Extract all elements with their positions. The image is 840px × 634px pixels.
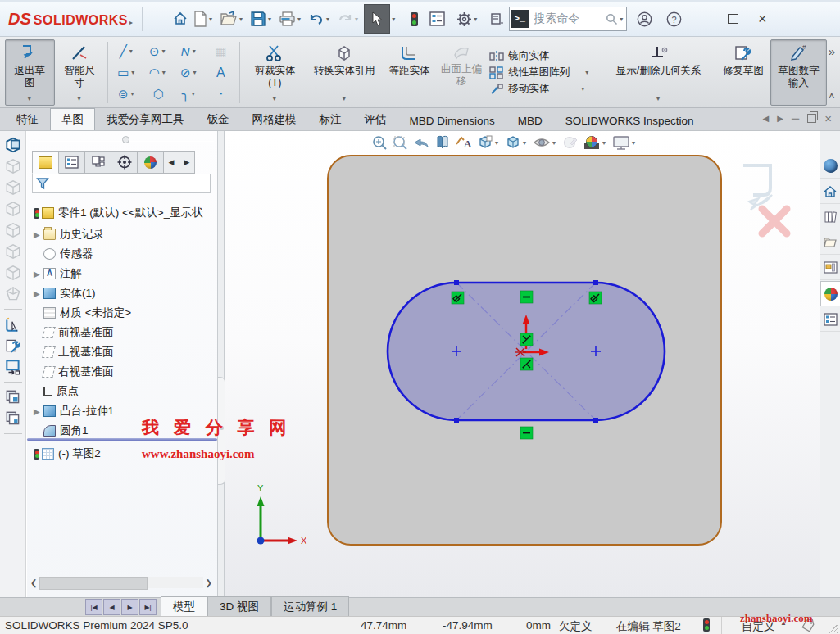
- mirror-entities-button[interactable]: 镜向实体: [487, 48, 593, 64]
- tree-filter-bar[interactable]: [32, 174, 211, 193]
- top-view-cube-icon[interactable]: [4, 242, 22, 260]
- appearances-tab[interactable]: [820, 281, 840, 306]
- tab-property-manager[interactable]: [59, 151, 85, 174]
- display-style-button[interactable]: ▾: [504, 133, 529, 152]
- print-button[interactable]: ▾: [277, 8, 305, 29]
- rectangle-dropdown[interactable]: ▾: [131, 69, 134, 76]
- back-view-cube-icon[interactable]: [4, 179, 22, 197]
- previous-view-button[interactable]: [411, 133, 431, 152]
- tree-item-top-plane[interactable]: 上视基准面: [34, 342, 114, 362]
- home-tab[interactable]: [820, 179, 840, 204]
- doc-restore-button[interactable]: [807, 114, 816, 123]
- mesh-sketch-tool[interactable]: ▦: [205, 41, 236, 62]
- undo-button[interactable]: ▾: [306, 9, 334, 29]
- tree-item-solid-bodies[interactable]: ▶实体(1): [34, 283, 96, 303]
- normal-to-view-icon[interactable]: [4, 136, 22, 154]
- zoom-to-area-button[interactable]: [391, 133, 409, 152]
- section-view-button[interactable]: [434, 133, 452, 152]
- sketch-repair-icon[interactable]: [4, 337, 22, 355]
- account-button[interactable]: [632, 7, 656, 30]
- tree-horizontal-scrollbar[interactable]: ❮ ❯: [30, 577, 212, 589]
- scroll-left-arrow[interactable]: ❮: [30, 578, 37, 587]
- open-dropdown[interactable]: ▾: [239, 16, 243, 23]
- print-dropdown[interactable]: ▾: [297, 16, 301, 23]
- offset-entities-button[interactable]: 等距实体: [383, 39, 436, 106]
- tab-configurations[interactable]: [85, 151, 111, 174]
- apply-scene-button[interactable]: ▾: [582, 133, 609, 152]
- search-icon[interactable]: [606, 13, 618, 25]
- line-dropdown[interactable]: ▾: [129, 48, 133, 55]
- redo-dropdown[interactable]: ▾: [355, 16, 358, 23]
- slot-dropdown[interactable]: ▾: [131, 90, 134, 97]
- panel-splitter-groove[interactable]: [30, 138, 214, 142]
- scroll-tabs-right-button[interactable]: ▶: [777, 114, 783, 123]
- new-document-dropdown[interactable]: ▾: [209, 16, 212, 23]
- redo-button[interactable]: ▾: [335, 9, 362, 29]
- hide-show-dropdown[interactable]: ▾: [552, 139, 556, 147]
- linear-pattern-button[interactable]: 线性草图阵列 ▾: [487, 65, 593, 80]
- graphics-viewport[interactable]: Y X A ▾ ▾ ▾ ▾ ▾: [225, 131, 820, 597]
- tab-sheet-metal[interactable]: 钣金: [196, 108, 241, 130]
- smart-dimension-dropdown[interactable]: ▾: [77, 95, 80, 104]
- search-dropdown[interactable]: ▾: [620, 16, 623, 23]
- tab-mbd-dimensions[interactable]: MBD Dimensions: [398, 111, 506, 130]
- arc-dropdown[interactable]: ▾: [162, 69, 166, 76]
- tree-item-boss-extrude[interactable]: ▶凸台-拉伸1: [34, 401, 114, 421]
- expand-arrow[interactable]: ▶: [34, 230, 43, 239]
- zoom-to-fit-button[interactable]: [370, 133, 388, 152]
- tree-root-item[interactable]: 零件1 (默认) <<默认>_显示状: [34, 203, 203, 223]
- scrollbar-track[interactable]: [39, 577, 202, 588]
- prev-tab-button[interactable]: ◀: [103, 599, 120, 615]
- tab-inspection[interactable]: SOLIDWORKS Inspection: [554, 111, 706, 130]
- right-view-cube-icon[interactable]: [4, 221, 22, 239]
- task-scheduler-icon[interactable]: [491, 12, 504, 25]
- scrollbar-thumb[interactable]: [39, 577, 148, 590]
- smart-dimension-button[interactable]: 智能尺寸 ▾: [55, 39, 105, 106]
- scroll-right-arrow[interactable]: ❯: [206, 578, 212, 587]
- save-dropdown[interactable]: ▾: [268, 16, 271, 23]
- exit-sketch-button[interactable]: 退出草图 ▾: [5, 39, 55, 106]
- view-settings-button[interactable]: ▾: [611, 133, 638, 152]
- view-palette-tab[interactable]: [820, 256, 840, 280]
- isometric-view-icon[interactable]: [4, 285, 22, 303]
- confirm-exit-sketch-icon[interactable]: [743, 165, 770, 195]
- tree-item-annotations[interactable]: ▶A注解: [34, 264, 82, 283]
- help-button[interactable]: ?: [661, 7, 686, 30]
- tree-item-sensors[interactable]: 传感器: [34, 244, 93, 264]
- left-view-cube-icon[interactable]: [4, 200, 22, 218]
- tab-share-tools[interactable]: 我爱分享网工具: [95, 108, 196, 130]
- save-button[interactable]: ▾: [248, 8, 275, 29]
- logo-flyout-arrow[interactable]: ▸: [129, 19, 133, 26]
- repair-sketch-button[interactable]: 修复草图: [716, 39, 770, 106]
- home-button[interactable]: [170, 8, 190, 29]
- expand-arrow[interactable]: ▶: [34, 289, 43, 298]
- spline-tool[interactable]: N▾: [174, 41, 205, 62]
- copy-appearance-icon[interactable]: [4, 388, 22, 406]
- doc-minimize-button[interactable]: ─: [792, 112, 799, 125]
- bottom-view-cube-icon[interactable]: [4, 264, 22, 282]
- tab-feature-tree[interactable]: [32, 151, 59, 174]
- custom-properties-tab[interactable]: [820, 307, 840, 332]
- traffic-light-icon[interactable]: [411, 12, 418, 26]
- scroll-tabs-left-button[interactable]: ◀: [763, 114, 770, 123]
- trim-dropdown[interactable]: ▾: [273, 95, 276, 104]
- display-style-dropdown[interactable]: ▾: [523, 139, 526, 147]
- display-relations-dropdown[interactable]: ▾: [656, 95, 660, 104]
- surface-offset-button[interactable]: 曲面上偏移: [436, 39, 488, 106]
- polygon-tool[interactable]: ⬡: [143, 84, 174, 105]
- close-button[interactable]: ×: [750, 7, 774, 30]
- select-dropdown[interactable]: ▾: [392, 16, 395, 23]
- move-window-icon[interactable]: [4, 358, 22, 376]
- move-entities-button[interactable]: 移动实体 ▾: [487, 81, 593, 97]
- resize-grip[interactable]: [829, 623, 838, 633]
- tab-sketch[interactable]: 草图: [50, 108, 95, 130]
- tab-mbd[interactable]: MBD: [506, 111, 554, 130]
- spline-dropdown[interactable]: ▾: [193, 48, 196, 55]
- tab-features[interactable]: 特征: [5, 108, 50, 130]
- minimize-button[interactable]: ─: [691, 7, 715, 30]
- cancel-sketch-icon[interactable]: [762, 209, 787, 233]
- select-tool-button[interactable]: [364, 4, 390, 34]
- linear-pattern-dropdown[interactable]: ▾: [585, 69, 588, 76]
- expand-arrow[interactable]: ▶: [34, 269, 43, 279]
- doc-close-button[interactable]: ×: [824, 111, 832, 125]
